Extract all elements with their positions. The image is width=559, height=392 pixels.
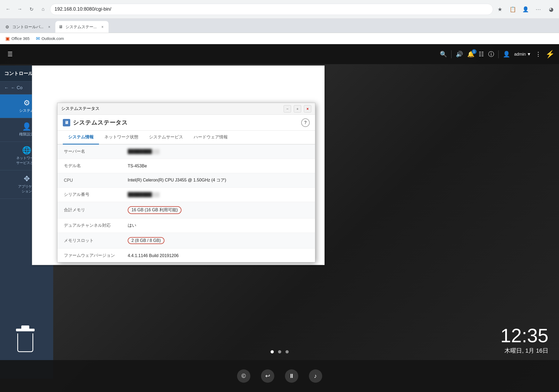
row-label: シリアル番号: [57, 188, 121, 202]
dot-2[interactable]: [278, 350, 281, 353]
bottom-icon-2[interactable]: ↩: [261, 369, 274, 383]
qnap-logo-icon[interactable]: ⚡: [545, 50, 555, 59]
star-icon[interactable]: ★: [495, 5, 505, 14]
bottom-icon-3[interactable]: ⏸: [285, 369, 298, 383]
tab-1-close[interactable]: ×: [100, 24, 105, 30]
home-button[interactable]: ⌂: [38, 5, 48, 14]
forward-button[interactable]: →: [15, 5, 24, 14]
system-info-table: サーバー名████████モデル名TS-453BeCPUIntel(R) Cel…: [57, 145, 315, 262]
table-row: シリアル番号████████: [57, 188, 315, 202]
question-mark-icon: ?: [304, 120, 307, 125]
favorites-icon[interactable]: 📋: [508, 5, 517, 14]
trash-icon[interactable]: [16, 329, 35, 352]
taskbar-icons: 🔍 🔊 🔔 1 ☷ ⓘ 👤 admin ▼ ⋮ ⚡: [440, 50, 555, 59]
row-value: 16 GB (16 GB 利用可能): [121, 202, 315, 218]
row-value: 2 (8 GB / 8 GB): [121, 233, 315, 249]
browser-tabs: ⚙ コントロールパ... × 🖥 システムステー... ×: [0, 19, 559, 33]
person-icon[interactable]: 👤: [521, 5, 530, 14]
tab-system-info[interactable]: システム情報: [63, 131, 99, 145]
browser-icons: ★ 📋 👤 ⋯ ◕: [495, 5, 556, 14]
tab-hardware-info[interactable]: ハードウェア情報: [188, 131, 233, 145]
dropdown-arrow-icon: ▼: [527, 52, 531, 57]
row-label: モデル名: [57, 159, 121, 173]
maximize-icon: +: [296, 107, 299, 111]
desktop-clock: 12:35 木曜日, 1月 16日: [500, 326, 548, 355]
table-row: サーバー名████████: [57, 145, 315, 159]
table-row: メモリスロット2 (8 GB / 8 GB): [57, 233, 315, 249]
tab-0[interactable]: ⚙ コントロールパ... ×: [2, 21, 55, 33]
edge-icon[interactable]: ◕: [546, 5, 556, 14]
row-value: TS-453Be: [121, 159, 315, 173]
user-icon[interactable]: 👤: [503, 51, 510, 58]
table-row: 合計メモリ16 GB (16 GB 利用可能): [57, 202, 315, 218]
info-icon[interactable]: ⓘ: [488, 50, 494, 58]
back-button[interactable]: ←: [3, 5, 13, 14]
system-status-dialog: システムステータス − + × 🖥 システムステータス: [57, 103, 315, 262]
trash-body: [17, 333, 33, 352]
bookmark-outlook[interactable]: ✉ Outlook.com: [33, 35, 67, 43]
tab-0-label: コントロールパ...: [12, 24, 44, 30]
row-value: ████████: [121, 188, 315, 202]
hamburger-icon: ☰: [7, 51, 13, 58]
table-row: CPUIntel(R) Celeron(R) CPU J3455 @ 1.50G…: [57, 173, 315, 188]
row-label: CPU: [57, 173, 121, 188]
row-value: 4.4.1.1146 Build 20191206: [121, 249, 315, 262]
desktop-bottom-bar: © ↩ ⏸ ♪: [0, 360, 559, 392]
tab-0-close[interactable]: ×: [46, 24, 52, 30]
address-bar[interactable]: [50, 4, 493, 15]
network-icon: 🌐: [22, 147, 31, 154]
qnap-taskbar: ☰ 🔍 🔊 🔔 1 ☷ ⓘ 👤 admin ▼ ⋮ ⚡: [0, 44, 559, 64]
table-row: デュアルチャンネル対応はい: [57, 218, 315, 233]
tab-1-favicon: 🖥: [59, 24, 63, 29]
back-arrow-icon: ←: [4, 85, 9, 90]
row-label: デュアルチャンネル対応: [57, 218, 121, 233]
minimize-icon: −: [286, 107, 288, 111]
minimize-button[interactable]: −: [284, 105, 291, 113]
desktop-dots: [271, 350, 289, 353]
row-value: ████████: [121, 145, 315, 159]
notification-icon[interactable]: 🔔 1: [467, 51, 474, 58]
notification-badge: 1: [472, 49, 477, 54]
table-row: ファームウェアバージョン4.4.1.1146 Build 20191206: [57, 249, 315, 262]
bookmark-office365[interactable]: ▣ Office 365: [3, 35, 32, 43]
refresh-button[interactable]: ↻: [27, 5, 36, 14]
tab-0-favicon: ⚙: [5, 24, 10, 29]
highlight-value: 16 GB (16 GB 利用可能): [128, 206, 181, 214]
apps-icon[interactable]: ☷: [479, 51, 484, 58]
row-label: 合計メモリ: [57, 202, 121, 218]
tab-1-label: システムステー...: [65, 24, 97, 30]
bottom-icon-4[interactable]: ♪: [309, 369, 322, 383]
dot-1[interactable]: [271, 350, 274, 353]
more-icon[interactable]: ⋯: [533, 5, 543, 14]
tab-system-services[interactable]: システムサービス: [144, 131, 188, 145]
close-button[interactable]: ×: [304, 105, 311, 113]
trash-lid: [16, 329, 35, 331]
table-row: モデル名TS-453Be: [57, 159, 315, 173]
qnap-menu-button[interactable]: ☰: [4, 48, 16, 60]
tab-1[interactable]: 🖥 システムステー... ×: [55, 21, 109, 33]
applications-icon: ✥: [24, 175, 30, 183]
dialog-titlebar: システムステータス − + ×: [57, 103, 315, 115]
row-label: サーバー名: [57, 145, 121, 159]
dialog-header: 🖥 システムステータス ?: [57, 115, 315, 131]
user-settings-icon: 👤: [22, 123, 31, 130]
desktop: ← → ↻ ⌂ ★ 📋 👤 ⋯ ◕ ⚙ コントロールパ... × 🖥 システムス…: [0, 0, 559, 392]
admin-label[interactable]: admin ▼: [514, 52, 531, 57]
row-value: Intel(R) Celeron(R) CPU J3455 @ 1.50GHz …: [121, 173, 315, 188]
volume-icon[interactable]: 🔊: [456, 51, 463, 58]
more-options-icon[interactable]: ⋮: [535, 51, 541, 58]
system-status-icon: 🖥: [63, 119, 70, 126]
browser-topbar: ← → ↻ ⌂ ★ 📋 👤 ⋯ ◕: [0, 0, 559, 19]
bookmarks-bar: ▣ Office 365 ✉ Outlook.com: [0, 33, 559, 44]
tab-network-status[interactable]: ネットワーク状態: [99, 131, 144, 145]
dot-3[interactable]: [285, 350, 289, 353]
search-icon[interactable]: 🔍: [440, 51, 447, 58]
highlight-value: 2 (8 GB / 8 GB): [128, 237, 164, 244]
dialog-header-title: 🖥 システムステータス: [63, 119, 128, 127]
dialog-tabs: システム情報 ネットワーク状態 システムサービス ハードウェア情報: [57, 131, 315, 145]
bottom-icon-1[interactable]: ©: [237, 369, 250, 383]
row-label: メモリスロット: [57, 233, 121, 249]
close-icon: ×: [307, 107, 309, 111]
help-button[interactable]: ?: [301, 118, 310, 127]
maximize-button[interactable]: +: [294, 105, 301, 113]
